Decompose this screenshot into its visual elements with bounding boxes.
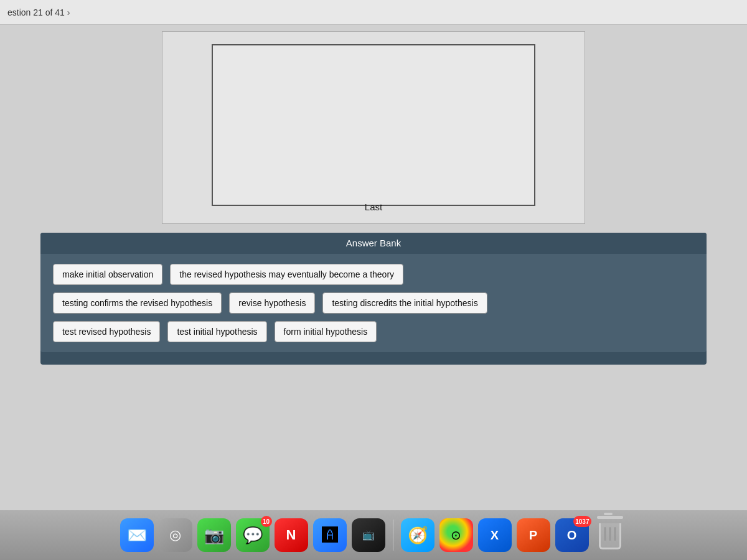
dock-item-messages[interactable]: 💬 10 [236, 518, 270, 552]
mail-icon: ✉️ [127, 527, 147, 543]
siri-icon: ◎ [169, 528, 181, 542]
news-icon: N [286, 528, 296, 542]
answer-row-2: testing confirms the revised hypothesis … [53, 292, 694, 314]
diagram-area: Last [162, 31, 585, 224]
dock-item-powerpoint[interactable]: P [517, 518, 550, 552]
chip-testing-discredits[interactable]: testing discredits the initial hypothesi… [322, 292, 487, 314]
chip-revised-hypothesis-theory[interactable]: the revised hypothesis may eventually be… [170, 264, 403, 285]
answer-bank-title: Answer Bank [346, 238, 401, 248]
dock-item-appletv[interactable]: 📺 [352, 518, 385, 552]
dock-item-mail[interactable]: ✉️ [120, 518, 154, 552]
trash-icon [599, 521, 622, 549]
answer-row-1: make initial observation the revised hyp… [53, 264, 694, 285]
dock-item-safari[interactable]: 🧭 [401, 518, 435, 552]
chrome-icon: ⊙ [451, 529, 461, 541]
chip-revise-hypothesis[interactable]: revise hypothesis [229, 292, 315, 314]
dock-item-facetime[interactable]: 📷 [197, 518, 231, 552]
dock-item-appstore[interactable]: 🅰 [313, 518, 347, 552]
question-counter: estion 21 of 41 › [7, 7, 70, 17]
xcode-icon: X [491, 529, 499, 541]
chip-test-revised-hypothesis[interactable]: test revised hypothesis [53, 321, 160, 342]
answer-row-3: test revised hypothesis test initial hyp… [53, 321, 694, 342]
diagram-inner [212, 44, 535, 206]
appletv-icon: 📺 [362, 530, 375, 540]
dock-divider [393, 520, 393, 551]
outlook-badge: 1037 [573, 516, 591, 527]
dock-item-siri[interactable]: ◎ [159, 518, 192, 552]
nav-chevron-icon[interactable]: › [67, 7, 70, 17]
nav-bar: estion 21 of 41 › [0, 0, 747, 25]
chip-make-initial-observation[interactable]: make initial observation [53, 264, 162, 285]
powerpoint-icon: P [529, 529, 537, 541]
outlook-icon: O [567, 529, 577, 541]
dock-item-xcode[interactable]: X [478, 518, 512, 552]
chip-testing-confirms[interactable]: testing confirms the revised hypothesis [53, 292, 222, 314]
question-label: estion 21 of 41 [7, 7, 65, 17]
facetime-icon: 📷 [204, 527, 224, 543]
dock-item-trash[interactable] [594, 518, 627, 552]
chip-test-initial-hypothesis[interactable]: test initial hypothesis [167, 321, 266, 342]
dock-item-news[interactable]: N [275, 518, 308, 552]
main-content: Last Answer Bank make initial observatio… [0, 25, 747, 548]
answer-bank-header: Answer Bank [40, 233, 707, 254]
last-label: Last [365, 202, 382, 212]
answer-bank-body: make initial observation the revised hyp… [40, 254, 707, 352]
safari-icon: 🧭 [408, 527, 428, 543]
answer-bank-container: Answer Bank make initial observation the… [40, 233, 707, 365]
messages-badge: 10 [261, 516, 272, 527]
dock: ✉️ ◎ 📷 💬 10 N 🅰 📺 🧭 ⊙ X P O [0, 510, 747, 560]
appstore-icon: 🅰 [322, 527, 338, 543]
dock-item-outlook[interactable]: O 1037 [555, 518, 589, 552]
chip-form-initial-hypothesis[interactable]: form initial hypothesis [275, 321, 377, 342]
dock-item-chrome[interactable]: ⊙ [439, 518, 473, 552]
messages-icon: 💬 [243, 527, 263, 543]
